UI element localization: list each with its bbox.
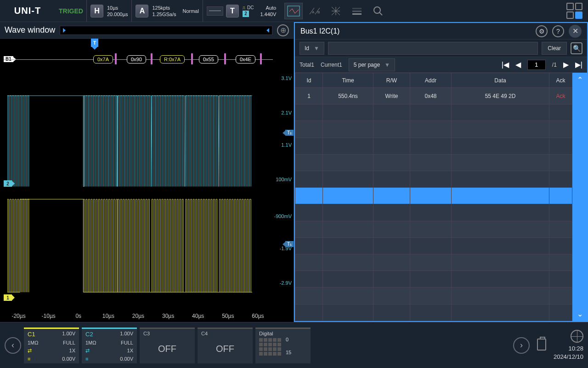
table-header[interactable]: Data (452, 73, 549, 88)
channel-3-card[interactable]: C3 OFF (140, 328, 195, 363)
digital-card[interactable]: Digital 015 (255, 328, 311, 363)
decode-packet[interactable]: 0x90 (127, 55, 146, 63)
next-page-icon[interactable]: ▶ (563, 60, 569, 69)
x-axis-tick: 40µs (183, 313, 213, 322)
svg-line-7 (379, 12, 382, 15)
table-row[interactable] (295, 237, 572, 254)
table-row[interactable] (295, 154, 572, 171)
filter-field-select[interactable]: Id▼ (300, 42, 324, 55)
decode-packet[interactable]: 0x7A (93, 55, 113, 63)
network-icon[interactable] (571, 330, 583, 343)
packet-divider (115, 53, 117, 64)
waveform-svg (7, 64, 252, 301)
first-page-icon[interactable]: |◀ (502, 60, 509, 69)
table-row[interactable] (295, 288, 572, 304)
table-row[interactable] (295, 254, 572, 271)
svg-rect-4 (352, 11, 362, 12)
measure-tool-icon[interactable]: AB (305, 3, 324, 19)
svg-rect-5 (352, 13, 362, 15)
table-row[interactable] (295, 171, 572, 188)
channel-ground-flag[interactable]: 2 (4, 180, 12, 187)
table-row[interactable]: 1550.4nsWrite0x4855 4E 49 2DAck (295, 88, 572, 104)
decode-packet[interactable]: 0x4E (236, 55, 255, 63)
trigger-level: 1.440V (260, 11, 276, 17)
table-row[interactable] (295, 271, 572, 288)
trigger-channel-badge: 2 (243, 11, 249, 17)
x-axis-tick: 60µs (243, 313, 273, 322)
table-row[interactable] (295, 304, 572, 321)
channel-1-card[interactable]: C11.00V 1MΩFULL ⇄1X ≡0.00V (24, 328, 79, 363)
x-axis: -20µs-10µs0s10µs20µs30µs40µs50µs60µs (4, 313, 273, 322)
close-icon[interactable]: ✕ (569, 25, 582, 38)
table-header[interactable]: Time (323, 73, 373, 88)
acq-mode: Normal (182, 8, 198, 14)
clear-button[interactable]: Clear (542, 42, 567, 55)
prev-channel-icon[interactable]: ‹ (5, 337, 21, 354)
table-header[interactable]: Ack (549, 73, 572, 88)
scroll-down-icon[interactable]: ⌄ (577, 310, 583, 318)
table-row[interactable] (295, 104, 572, 121)
table-row[interactable] (295, 221, 572, 237)
table-header[interactable]: Addr (410, 73, 452, 88)
xy-tool-icon[interactable] (327, 3, 345, 19)
page-input[interactable] (527, 60, 546, 70)
scroll-up-icon[interactable]: ⌃ (577, 75, 583, 84)
table-row[interactable] (295, 138, 572, 154)
x-axis-tick: 30µs (153, 313, 183, 322)
trigger-status: TRIGED (59, 7, 86, 15)
last-page-icon[interactable]: ▶| (575, 60, 582, 69)
search-tool-icon[interactable] (369, 3, 387, 19)
trigger-level-flag[interactable]: T₂ (285, 130, 294, 136)
packet-divider (260, 53, 262, 64)
settings-icon[interactable]: ⚙ (536, 25, 548, 37)
filter-input[interactable] (328, 42, 538, 55)
help-icon[interactable]: ? (552, 25, 564, 37)
channel-ground-flag[interactable]: 1 (4, 294, 12, 301)
decode-table: IdTimeR/WAddrDataAck 1550.4nsWrite0x4855… (295, 73, 572, 321)
x-axis-tick: 10µs (93, 313, 123, 322)
channel-4-card[interactable]: C4 OFF (198, 328, 253, 363)
top-toolbar: UNI-T TRIGED H 10µs20.000µs A 125kpts1.2… (0, 0, 588, 22)
decode-packet[interactable]: R:0x7A (160, 55, 185, 63)
table-header[interactable]: Id (295, 73, 323, 88)
horizontal-settings[interactable]: H 10µs20.000µs (86, 0, 131, 22)
table-scrollbar[interactable]: ⌃ ⌄ (572, 73, 587, 321)
next-channel-icon[interactable]: › (513, 337, 530, 354)
table-row[interactable] (295, 121, 572, 138)
per-page-select[interactable]: 5 per page▼ (349, 58, 395, 71)
filter-search-icon[interactable]: 🔍 (571, 42, 582, 54)
clock-date: 2024/12/10 (554, 353, 583, 361)
acquisition-settings[interactable]: A 125kpts1.25GSa/s Normal (131, 0, 202, 22)
table-row[interactable] (295, 204, 572, 221)
y-axis-label: 1.1V (281, 142, 292, 148)
layout-grid-icon[interactable] (566, 3, 582, 19)
wave-dropdown[interactable] (60, 26, 272, 35)
prev-page-icon[interactable]: ◀ (515, 60, 521, 69)
table-row[interactable] (295, 188, 572, 204)
trigger-coupling: DC (247, 5, 254, 10)
trigger-settings[interactable]: T ⎍DC 2 Auto1.440V (203, 0, 280, 22)
table-header[interactable]: R/W (373, 73, 410, 88)
waveform-panel: Wave window ⊕ T B1 0x7A0x90R:0x7A0x550x4… (0, 22, 294, 322)
total-count: Total1 (300, 62, 314, 68)
page-total: /1 (552, 62, 557, 68)
x-axis-tick: -10µs (34, 313, 63, 322)
zoom-icon[interactable]: ⊕ (277, 24, 289, 36)
channel-2-card[interactable]: C21.00V 1MΩFULL ⇄1X ≡0.00V (82, 328, 137, 363)
usb-icon[interactable] (537, 339, 546, 351)
current-count: Current1 (321, 62, 342, 68)
bus-decode-panel: Bus1 I2C(1) ⚙ ? ✕ Id▼ Clear 🔍 Total1 Cur… (294, 22, 588, 322)
x-axis-tick: 50µs (213, 313, 243, 322)
trigger-marker[interactable]: T (91, 39, 98, 47)
decode-packet[interactable]: 0x55 (199, 55, 218, 63)
packet-divider (151, 53, 153, 64)
display-tool-icon[interactable] (348, 3, 366, 19)
trigger-mode: Auto (260, 5, 276, 11)
x-axis-tick: 20µs (123, 313, 153, 322)
waveform-area[interactable]: T B1 0x7A0x90R:0x7A0x550x4E (4, 39, 273, 313)
x-axis-tick: -20µs (4, 313, 34, 322)
svg-point-6 (374, 7, 380, 13)
cursor-tool-icon[interactable] (284, 3, 303, 19)
trigger-icon: T (226, 5, 239, 17)
trigger-level-flag[interactable]: T₁ (285, 241, 294, 247)
